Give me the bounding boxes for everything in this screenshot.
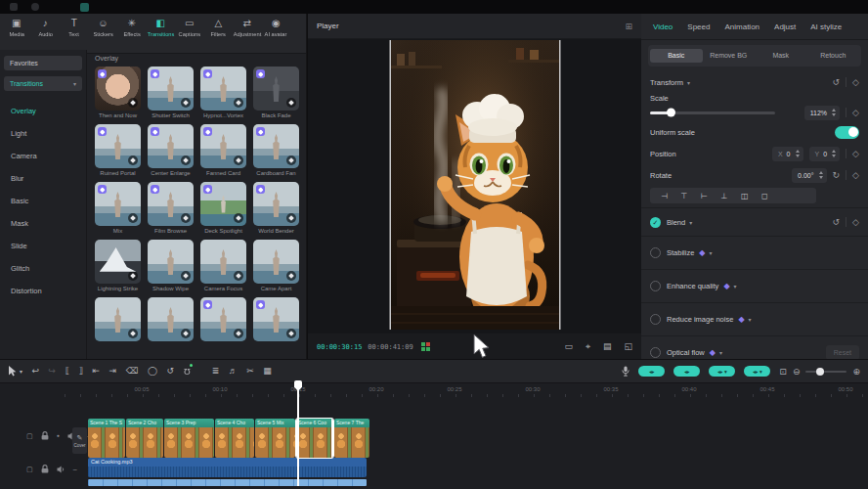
category-distortion[interactable]: Distortion: [0, 280, 86, 302]
optical-flow-checkbox[interactable]: [650, 347, 661, 358]
toolbar-item-filters[interactable]: △Filters: [204, 18, 234, 37]
snapping-toggle[interactable]: ◂▸ ▾: [709, 366, 735, 377]
toolbar-item-effects[interactable]: ✳Effects: [117, 18, 147, 37]
slider-knob[interactable]: [667, 109, 675, 117]
transition-item[interactable]: Came Apart: [253, 240, 299, 294]
fullscreen-icon[interactable]: ◱: [624, 341, 632, 352]
category-camera[interactable]: Camera: [0, 145, 86, 167]
category-basic[interactable]: Basic: [0, 190, 86, 212]
hide-track-icon[interactable]: ●: [57, 433, 60, 438]
toolbar-item-adjustment[interactable]: ⇄Adjustment: [233, 18, 262, 37]
transition-thumbnail[interactable]: [200, 297, 246, 341]
keyframe-transform-icon[interactable]: ◇: [852, 77, 859, 87]
stabilize-checkbox[interactable]: [650, 247, 661, 258]
transition-thumbnail[interactable]: [200, 124, 246, 168]
layers-icon[interactable]: ≣: [212, 367, 220, 376]
position-y-input[interactable]: Y 0: [809, 147, 841, 161]
rotate-dial-icon[interactable]: ↻: [833, 170, 841, 180]
timeline-ruler[interactable]: 00:05 00:10 00:15 00:20 00:25 00:30 00:3…: [0, 383, 868, 399]
transition-item[interactable]: Then and Now: [95, 67, 141, 121]
keyframe-blend-icon[interactable]: ◇: [852, 217, 859, 227]
transition-thumbnail[interactable]: [95, 67, 141, 111]
chevron-down-icon[interactable]: ▾: [749, 316, 752, 323]
keyframe-position-icon[interactable]: ◇: [852, 149, 859, 158]
video-clip[interactable]: Scene 7 The: [334, 419, 369, 458]
linking-toggle[interactable]: ◂▸ ▾: [744, 366, 770, 377]
mute-track-icon[interactable]: [57, 466, 65, 473]
stepper[interactable]: [796, 150, 800, 157]
category-blur[interactable]: Blur: [0, 167, 86, 190]
transition-thumbnail[interactable]: [253, 297, 299, 341]
scissors-icon[interactable]: ✂: [246, 367, 254, 376]
lock-icon[interactable]: [41, 465, 49, 473]
video-clip[interactable]: Scene 4 Cho: [215, 419, 254, 458]
track-focus-icon[interactable]: ⌖: [586, 341, 590, 352]
reset-button[interactable]: Reset: [826, 345, 859, 360]
keyframe-add-toggle[interactable]: ◂▸: [673, 366, 700, 377]
keyframe-scale-icon[interactable]: ◇: [852, 108, 859, 117]
transition-item[interactable]: Lightning Strike: [95, 240, 141, 294]
lock-icon[interactable]: [41, 431, 49, 440]
transition-item[interactable]: Center Enlarge: [148, 124, 194, 179]
safe-area-icon[interactable]: [421, 342, 430, 351]
trim-end-icon[interactable]: ⇥: [109, 367, 117, 376]
tab-animation[interactable]: Animation: [724, 22, 760, 31]
blend-checkbox[interactable]: ✓: [650, 217, 661, 228]
split-right-icon[interactable]: ⟧: [79, 367, 83, 376]
video-clip[interactable]: Scene 2 Cho: [126, 419, 163, 458]
category-glitch[interactable]: Glitch: [0, 257, 86, 280]
align-bottom-icon[interactable]: ⊥: [720, 192, 727, 200]
scale-value-input[interactable]: 112%: [804, 106, 840, 120]
category-light[interactable]: Light: [0, 122, 86, 145]
transition-thumbnail[interactable]: [95, 124, 141, 168]
reduce-noise-checkbox[interactable]: [650, 314, 661, 325]
audio-beat-strip[interactable]: [88, 479, 367, 486]
subtab-mask[interactable]: Mask: [755, 49, 807, 63]
toolbar-item-media[interactable]: ▣Media: [2, 18, 31, 37]
chevron-down-icon[interactable]: ▾: [734, 283, 737, 289]
tab-adjust[interactable]: Adjust: [774, 22, 796, 31]
video-clip[interactable]: Scene 1 The S: [88, 419, 125, 458]
transition-thumbnail[interactable]: [253, 182, 299, 226]
toolbar-item-text[interactable]: TText: [60, 18, 89, 37]
position-x-input[interactable]: X 0: [772, 147, 803, 161]
keyframe-prev-toggle[interactable]: ◂▸: [638, 366, 665, 377]
track-more-icon[interactable]: –: [73, 466, 77, 472]
home-icon[interactable]: [31, 3, 39, 11]
undo-icon[interactable]: ↩: [32, 367, 40, 376]
transition-item[interactable]: Fanned Card: [200, 124, 246, 179]
transition-item[interactable]: [200, 297, 246, 352]
stepper[interactable]: [819, 171, 823, 179]
fit-timeline-icon[interactable]: ⊡: [779, 367, 787, 377]
player-options-icon[interactable]: ⊞: [625, 22, 632, 31]
freeze-frame-icon[interactable]: ◯: [148, 367, 157, 376]
stepper[interactable]: [832, 109, 836, 116]
audio-clip[interactable]: Cat Cooking.mp3: [88, 458, 367, 477]
align-top-icon[interactable]: ⊤: [680, 192, 687, 200]
transition-thumbnail[interactable]: [148, 182, 194, 226]
transition-thumbnail[interactable]: [148, 297, 194, 341]
ratio-icon[interactable]: ▭: [564, 341, 573, 352]
transition-thumbnail[interactable]: [253, 240, 299, 284]
subtab-retouch[interactable]: Retouch: [807, 49, 860, 63]
transition-thumbnail[interactable]: [95, 297, 141, 341]
video-preview[interactable]: [391, 40, 559, 330]
video-clip[interactable]: Scene 5 Mix: [255, 419, 295, 458]
zoom-slider-knob[interactable]: [816, 368, 824, 376]
trim-start-icon[interactable]: ⇤: [93, 367, 101, 376]
reverse-icon[interactable]: ↺: [166, 367, 174, 376]
transition-thumbnail[interactable]: [253, 67, 299, 111]
zoom-in-icon[interactable]: ⊕: [852, 367, 860, 377]
collection-dropdown[interactable]: Transitions▾: [4, 76, 82, 91]
tab-video[interactable]: Video: [653, 22, 673, 31]
transition-item[interactable]: Deck Spotlight: [200, 182, 246, 237]
transition-thumbnail[interactable]: [148, 240, 194, 284]
favorites-button[interactable]: Favorites: [4, 56, 82, 70]
magnet-icon[interactable]: Ω: [184, 367, 191, 376]
chevron-down-icon[interactable]: ▾: [689, 219, 692, 226]
category-slide[interactable]: Slide: [0, 235, 86, 257]
transition-item[interactable]: Cardboard Fan: [253, 124, 299, 179]
chevron-down-icon[interactable]: ▾: [710, 249, 713, 256]
timeline-zoom-slider[interactable]: [805, 371, 846, 373]
keyframe-rotate-icon[interactable]: ◇: [852, 170, 859, 180]
